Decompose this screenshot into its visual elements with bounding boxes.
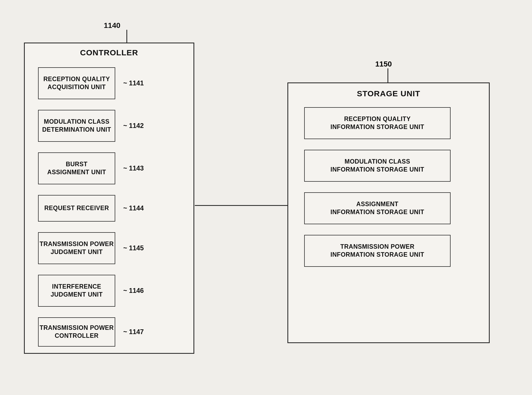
unit-1147: TRANSMISSION POWERCONTROLLER (38, 317, 115, 347)
storage-box: STORAGE UNIT RECEPTION QUALITYINFORMATIO… (287, 82, 490, 343)
ref-line-storage (387, 68, 388, 82)
storage-ref-label: 1150 (375, 60, 392, 68)
unit-1145: TRANSMISSION POWERJUDGMENT UNIT (38, 232, 115, 264)
ref-1147: ~ 1147 (123, 328, 144, 336)
ref-1143: ~ 1143 (123, 164, 144, 172)
ref-1142: ~ 1142 (123, 122, 144, 130)
ref-1144: ~ 1144 (123, 204, 144, 212)
unit-1146: INTERFERENCEJUDGMENT UNIT (38, 275, 115, 307)
unit-1153: ASSIGNMENTINFORMATION STORAGE UNIT (304, 192, 451, 224)
unit-1151: RECEPTION QUALITYINFORMATION STORAGE UNI… (304, 107, 451, 139)
unit-1142: MODULATION CLASSDETERMINATION UNIT (38, 110, 115, 142)
ref-line-controller (126, 30, 127, 43)
storage-title: STORAGE UNIT (288, 89, 489, 98)
connector-exit-controller (195, 205, 200, 206)
ref-1141: ~ 1141 (123, 79, 144, 87)
controller-box: CONTROLLER RECEPTION QUALITYACQUISITION … (24, 43, 194, 354)
diagram-container: 1140 CONTROLLER RECEPTION QUALITYACQUISI… (16, 21, 516, 383)
unit-1144: REQUEST RECEIVER (38, 195, 115, 222)
controller-title: CONTROLLER (25, 48, 193, 57)
unit-1152: MODULATION CLASSINFORMATION STORAGE UNIT (304, 150, 451, 182)
connector-1144-storage (200, 205, 287, 206)
unit-1154: TRANSMISSION POWERINFORMATION STORAGE UN… (304, 235, 451, 267)
unit-1143: BURSTASSIGNMENT UNIT (38, 152, 115, 184)
ref-1146: ~ 1146 (123, 287, 144, 294)
ref-1145: ~ 1145 (123, 244, 144, 252)
unit-1141: RECEPTION QUALITYACQUISITION UNIT (38, 67, 115, 99)
controller-ref-label: 1140 (104, 21, 120, 30)
